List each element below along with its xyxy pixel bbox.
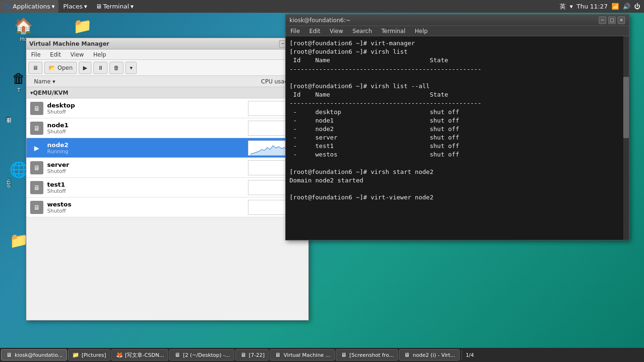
taskbar-label-0: kiosk@foundatio... — [15, 352, 63, 358]
taskbar-item-4[interactable]: 🖥 [7-22] — [235, 349, 269, 361]
taskbar-item-6[interactable]: 🖥 [Screenshot fro... — [336, 349, 398, 361]
taskbar-bottom: 🖥 kiosk@foundatio... 📁 [Pictures] 🦊 [写文章… — [0, 348, 644, 362]
taskbar-icon-7: 🖥 — [403, 351, 411, 359]
applications-menu[interactable]: 🐾 Applications ▾ — [0, 0, 58, 13]
taskbar-item-0[interactable]: 🖥 kiosk@foundatio... — [1, 349, 67, 361]
side-label-oth: oth — [6, 179, 12, 188]
terminal-minimize-button[interactable]: ─ — [599, 16, 606, 24]
applications-chevron: ▾ — [51, 3, 55, 10]
vm-list-scroll[interactable]: ▾ QEMU/KVM 🖥 desktop Shutoff 🖥 node1 Shu… — [26, 87, 308, 320]
terminal-menu[interactable]: 🖥 Terminal ▾ — [92, 0, 137, 13]
taskbar-item-7[interactable]: 🖥 node2 (i) - Virt... — [399, 349, 459, 361]
vm-node1-name: node1 — [47, 122, 248, 129]
taskbar-icon-4: 🖥 — [239, 351, 247, 359]
vm-test1-status: Shutoff — [47, 188, 248, 194]
terminal-content-area[interactable]: [root@foundation6 ~]# virt-manager [root… — [286, 36, 629, 240]
vmm-menu-view[interactable]: View — [67, 50, 86, 59]
vm-col-name: Name ▾ — [30, 78, 248, 85]
section-label: QEMU/KVM — [33, 90, 68, 96]
taskbar-icon-3: 🖥 — [173, 351, 181, 359]
vm-list-header: Name ▾ CPU usage — [26, 76, 308, 87]
terminal-menu-help[interactable]: Help — [412, 27, 430, 35]
vm-westos-name: westos — [47, 201, 248, 208]
terminal-titlebar: kiosk@foundation6:~ ─ □ ✕ — [286, 15, 629, 26]
vm-westos-icon: 🖥 — [30, 201, 43, 214]
vmm-delete-button[interactable]: 🗑 — [109, 62, 124, 74]
terminal-menu-terminal[interactable]: Terminal — [379, 27, 408, 35]
play-icon: ▶ — [83, 65, 87, 71]
wifi-icon: 📶 — [611, 3, 619, 10]
vmm-open-button[interactable]: 📂 Open — [44, 62, 77, 74]
vm-row-westos[interactable]: 🖥 westos Shutoff — [26, 197, 308, 217]
other-icon: 📁 — [9, 231, 28, 250]
vm-desktop-info: desktop Shutoff — [47, 102, 248, 115]
vmm-menu-file[interactable]: File — [28, 50, 43, 59]
taskbar-icon-2: 🦊 — [116, 351, 123, 359]
trash-icon: 🗑 — [12, 71, 25, 86]
terminal-scrollbar-track[interactable] — [623, 36, 629, 240]
vmm-menubar: File Edit View Help — [26, 49, 308, 60]
side-icon: 🌐 — [9, 160, 28, 179]
taskbar-label-4: [7-22] — [249, 352, 265, 358]
open-icon: 📂 — [49, 65, 56, 71]
vm-node1-status: Shutoff — [47, 129, 248, 135]
vm-row-server[interactable]: 🖥 server Shutoff — [26, 158, 308, 178]
terminal-maximize-button[interactable]: □ — [608, 16, 616, 24]
terminal-menu-edit[interactable]: Edit — [306, 27, 323, 35]
sort-icon: ▾ — [52, 78, 55, 85]
taskbar-item-5[interactable]: 🖥 Virtual Machine ... — [270, 349, 334, 361]
vm-row-desktop[interactable]: 🖥 desktop Shutoff — [26, 99, 308, 118]
terminal-menu-file[interactable]: File — [288, 27, 303, 35]
vmm-play-button[interactable]: ▶ — [79, 62, 91, 74]
vmm-toolbar: 🖥 📂 Open ▶ ⏸ 🗑 ▾ — [26, 60, 308, 76]
folder-icon: 📁 — [73, 16, 92, 35]
terminal-window: kiosk@foundation6:~ ─ □ ✕ File Edit View… — [285, 14, 629, 240]
taskbar-icon-0: 🖥 — [5, 351, 13, 359]
terminal-menu-view[interactable]: View — [327, 27, 346, 35]
clock: Thu 11:27 — [577, 3, 608, 10]
taskbar-item-1[interactable]: 📁 [Pictures] — [68, 349, 110, 361]
taskbar-label-6: [Screenshot fro... — [349, 352, 394, 358]
taskbar-item-2[interactable]: 🦊 [写文章-CSDN... — [111, 349, 168, 361]
power-icon[interactable]: ⏻ — [634, 3, 640, 10]
vm-node2-status: Running — [47, 148, 248, 155]
vmm-pause-button[interactable]: ⏸ — [93, 62, 107, 74]
taskbar-icon-5: 🖥 — [274, 351, 281, 359]
language-indicator[interactable]: 英 — [560, 2, 566, 11]
vm-test1-info: test1 Shutoff — [47, 181, 248, 194]
dropdown-icon: ▾ — [130, 65, 132, 71]
taskbar-page: 1/4 — [464, 352, 476, 358]
terminal-menu-search[interactable]: Search — [350, 27, 375, 35]
vmm-menu-help[interactable]: Help — [91, 50, 109, 59]
terminal-chevron: ▾ — [131, 3, 134, 10]
taskbar-label-2: [写文章-CSDN... — [125, 352, 164, 359]
vmm-new-vm-button[interactable]: 🖥 — [28, 62, 42, 74]
taskbar-top-right: 英 ▾ Thu 11:27 📶 🔊 ⏻ — [560, 2, 644, 11]
delete-icon: 🗑 — [114, 65, 119, 71]
vm-server-status: Shutoff — [47, 168, 248, 174]
vm-westos-status: Shutoff — [47, 208, 248, 214]
vmm-title: Virtual Machine Manager — [29, 41, 109, 47]
taskbar-icon-6: 🖥 — [340, 351, 347, 359]
vmm-dropdown-button[interactable]: ▾ — [125, 62, 137, 74]
vm-row-node2[interactable]: ▶ node2 Running — [26, 138, 308, 158]
vm-node1-icon: 🖥 — [30, 122, 43, 135]
vm-desktop-icon: 🖥 — [30, 102, 43, 115]
vm-row-test1[interactable]: 🖥 test1 Shutoff — [26, 178, 308, 197]
vm-node1-info: node1 Shutoff — [47, 122, 248, 135]
taskbar-item-3[interactable]: 🖥 [2 (~/Desktop) -... — [169, 349, 234, 361]
vm-server-icon: 🖥 — [30, 161, 43, 174]
lang-chevron: ▾ — [570, 3, 573, 10]
taskbar-label-7: node2 (i) - Virt... — [413, 352, 455, 358]
terminal-scrollbar-thumb[interactable] — [623, 77, 629, 138]
new-vm-icon: 🖥 — [33, 65, 38, 71]
terminal-icon: 🖥 — [96, 3, 102, 10]
pause-icon: ⏸ — [98, 65, 103, 71]
vmm-menu-edit[interactable]: Edit — [47, 50, 64, 59]
places-menu[interactable]: Places ▾ — [59, 0, 91, 13]
terminal-close-button[interactable]: ✕ — [618, 16, 625, 24]
vm-row-node1[interactable]: 🖥 node1 Shutoff — [26, 118, 308, 138]
terminal-body: [root@foundation6 ~]# virt-manager [root… — [286, 36, 629, 240]
vm-server-name: server — [47, 161, 248, 168]
desktop-icon-folder[interactable]: 📁 — [66, 16, 99, 36]
